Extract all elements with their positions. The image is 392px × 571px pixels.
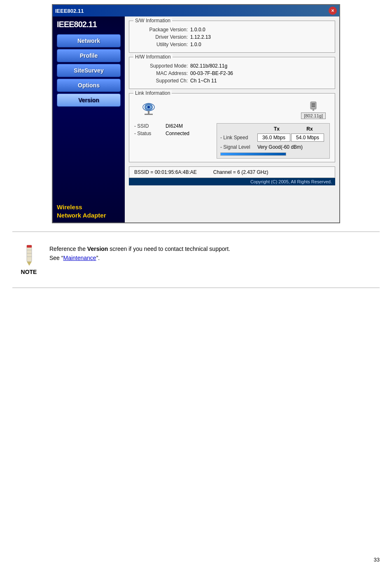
maintenance-link[interactable]: Maintenance xyxy=(63,255,96,261)
svg-rect-8 xyxy=(312,105,315,107)
separator-2 xyxy=(12,288,380,288)
tx-speed: 36.0 Mbps xyxy=(257,133,290,142)
ssid-label: - SSID xyxy=(134,123,163,129)
network-icon xyxy=(140,101,157,118)
link-info-top: [802.11g] xyxy=(134,97,330,119)
rx-label: Rx xyxy=(293,126,326,132)
nav-sitesurvey[interactable]: SiteSurvey xyxy=(57,64,121,77)
hw-value-2: Ch 1~Ch 11 xyxy=(190,78,217,84)
nav-profile[interactable]: Profile xyxy=(57,49,121,62)
hw-info-section: H/W Information Supported Mode: 802.11b/… xyxy=(129,57,335,89)
hw-label-2: Supported Ch: xyxy=(134,78,188,84)
speed-row: - Link Speed 36.0 Mbps 54.0 Mbps xyxy=(220,133,326,142)
signal-bar xyxy=(220,152,286,156)
rx-speed: 54.0 Mbps xyxy=(291,133,324,142)
sw-value-2: 1.0.0 xyxy=(190,42,201,47)
status-label: - Status xyxy=(134,131,163,136)
title-bar: IEEE802.11 × xyxy=(53,5,339,16)
tx-rx-header: Tx Rx xyxy=(220,126,326,132)
hw-row-2: Supported Ch: Ch 1~Ch 11 xyxy=(134,78,330,84)
sw-row-2: Utility Version: 1.0.0 xyxy=(134,42,330,47)
hw-value-0: 802.11b/802.11g xyxy=(190,63,227,69)
ssid-row: - SSID DI624M xyxy=(134,123,217,129)
sidebar: IEEE802.11 Network Profile SiteSurvey Op… xyxy=(53,16,125,222)
link-left: - SSID DI624M - Status Connected xyxy=(134,123,217,159)
status-value: Connected xyxy=(166,131,189,136)
hw-row-0: Supported Mode: 802.11b/802.11g xyxy=(134,63,330,69)
nav-version[interactable]: Version xyxy=(57,94,121,107)
ssid-value: DI624M xyxy=(166,123,183,129)
sw-value-0: 1.0.0.0 xyxy=(190,27,205,33)
bottom-bar: BSSID = 00:01:95:6A:4B:AE Channel = 6 (2… xyxy=(129,166,335,178)
sw-label-0: Package Version: xyxy=(134,27,188,33)
main-content: S/W Information Package Version: 1.0.0.0… xyxy=(125,16,339,222)
copyright-text: Copyright (C) 2005, All Rights Reserved. xyxy=(250,179,332,184)
sw-row-0: Package Version: 1.0.0.0 xyxy=(134,27,330,33)
sw-label-1: Driver Version: xyxy=(134,34,188,40)
signal-value: Very Good(-60 dBm) xyxy=(257,144,303,150)
app-window: IEEE802.11 × IEEE802.11 Network Profile … xyxy=(52,4,340,223)
note-text-after: screen if you need to contact technical … xyxy=(108,246,230,252)
note-line2-after: ”. xyxy=(96,255,100,261)
link-section-title: Link Information xyxy=(133,90,172,96)
sw-value-1: 1.12.2.13 xyxy=(190,34,211,40)
signal-label: - Signal Level xyxy=(220,144,257,150)
adapter-icon xyxy=(307,100,320,112)
separator xyxy=(12,232,380,232)
sw-row-1: Driver Version: 1.12.2.13 xyxy=(134,34,330,40)
note-label: NOTE xyxy=(21,269,37,275)
wifi-badge: [802.11g] xyxy=(301,112,326,119)
title-bar-text: IEEE802.11 xyxy=(55,8,84,14)
hw-value-1: 00-03-7F-BE-F2-36 xyxy=(190,70,233,76)
svg-rect-7 xyxy=(312,103,315,105)
hw-label-1: MAC Address: xyxy=(134,70,188,76)
bssid-text: BSSID = 00:01:95:6A:4B:AE xyxy=(134,169,197,175)
close-button[interactable]: × xyxy=(329,7,337,15)
hw-label-0: Supported Mode: xyxy=(134,63,188,69)
svg-rect-5 xyxy=(145,114,153,115)
sidebar-brand: Wireless Network Adapter xyxy=(57,195,121,219)
copyright-bar: Copyright (C) 2005, All Rights Reserved. xyxy=(129,178,335,185)
note-text-bold: Version xyxy=(87,246,108,252)
link-right: Tx Rx - Link Speed 36.0 Mbps 54.0 Mbps -… xyxy=(217,123,330,159)
page-number: 33 xyxy=(374,557,380,563)
note-text-before: Reference the xyxy=(49,246,87,252)
note-text: Reference the Version screen if you need… xyxy=(49,244,230,263)
svg-rect-12 xyxy=(27,245,32,248)
sw-section-title: S/W Information xyxy=(133,18,172,23)
signal-row: - Signal Level Very Good(-60 dBm) xyxy=(220,144,326,150)
sw-label-2: Utility Version: xyxy=(134,42,188,47)
svg-rect-9 xyxy=(313,109,314,111)
svg-rect-4 xyxy=(148,111,149,114)
nav-network[interactable]: Network xyxy=(57,34,121,47)
pencil-icon xyxy=(21,244,37,267)
link-body: - SSID DI624M - Status Connected Tx Rx xyxy=(134,123,330,159)
app-body: IEEE802.11 Network Profile SiteSurvey Op… xyxy=(53,16,339,222)
app-logo: IEEE802.11 xyxy=(57,20,121,29)
brand-text: Wireless Network Adapter xyxy=(57,203,121,219)
status-row: - Status Connected xyxy=(134,131,217,136)
note-section: NOTE Reference the Version screen if you… xyxy=(0,240,392,279)
link-speed-label: - Link Speed xyxy=(220,135,257,140)
svg-point-3 xyxy=(147,106,150,108)
sw-info-section: S/W Information Package Version: 1.0.0.0… xyxy=(129,21,335,53)
hw-section-title: H/W Information xyxy=(133,54,173,60)
hw-row-1: MAC Address: 00-03-7F-BE-F2-36 xyxy=(134,70,330,76)
note-line2-before: See “ xyxy=(49,255,63,261)
channel-text: Channel = 6 (2.437 GHz) xyxy=(213,169,268,175)
note-icon-container: NOTE xyxy=(16,244,41,275)
svg-marker-11 xyxy=(27,262,32,266)
nav-options[interactable]: Options xyxy=(57,79,121,92)
link-info-section: Link Information xyxy=(129,93,335,162)
tx-label: Tx xyxy=(260,126,293,132)
